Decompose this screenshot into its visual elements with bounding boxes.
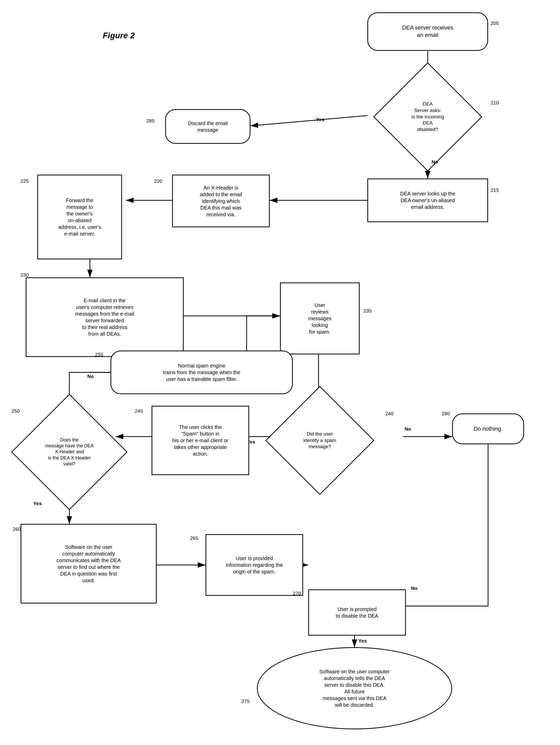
ref-235: 235 [364,308,372,314]
node-250-label: Does the message have the DEA X-Header a… [29,412,110,492]
ref-210: 210 [491,100,499,106]
figure-title: Figure 2 [103,31,134,40]
node-280: Do nothing. [452,414,524,444]
node-230: E-mail client in the user's computer ret… [26,277,184,357]
ref-275: 275 [242,699,250,704]
ref-225: 225 [21,179,29,184]
no-label-270: No [411,585,417,591]
ref-280: 280 [442,411,450,417]
yes-label-250: Yes [33,501,42,507]
ref-230: 230 [21,272,29,278]
ref-255: 255 [95,352,103,357]
ref-260: 260 [13,526,21,532]
ref-205: 205 [491,21,499,26]
no-label-210: No [432,159,438,165]
node-260: Software on the user computer automatica… [21,524,157,604]
diagram-container: Figure 2 [0,0,560,745]
node-220: An X-Header is added to the email identi… [172,174,270,227]
ref-270: 270 [293,591,301,596]
node-255: Normal spam engine trains from the messa… [111,351,293,394]
ref-245: 245 [135,408,143,414]
node-250-wrap: Does the message have the DEA X-Header a… [18,403,121,501]
yes-label-210: Yes [316,117,324,123]
no-label-240: No [405,426,411,432]
node-240-wrap: Did the user identify a spam message? [257,397,383,484]
ref-285: 285 [147,118,155,124]
node-240: Did the user identify a spam message? [266,386,374,495]
node-285: Discard the email message [165,109,250,144]
no-label-255: No [87,374,94,379]
svg-line-2 [250,116,367,126]
node-205: DEA server receives an email [367,12,488,51]
node-265: User is provided information regarding t… [206,534,303,596]
node-210-label: DEA Server asks: Is the incoming DEA dis… [390,79,465,155]
node-240-label: Did the user identify a spam message? [282,403,357,478]
node-270: User is prompted to disable the DEA [308,589,406,636]
node-245: The user clicks the "Spam" button in his… [152,406,249,475]
node-275: Software on the user computer automatica… [257,647,452,729]
node-210-wrap: DEA Server asks: Is the incoming DEA dis… [367,76,488,158]
ref-265: 265 [190,536,198,541]
ref-250: 250 [11,408,20,414]
node-210: DEA Server asks: Is the incoming DEA dis… [373,62,482,171]
node-225: Forward the message to the owner's un-al… [37,174,122,259]
node-215: DEA server looks up the DEA owner's un-a… [367,179,488,222]
ref-215: 215 [491,188,499,193]
ref-240: 240 [385,411,394,417]
yes-label-270: Yes [359,638,367,644]
ref-220: 220 [154,179,162,184]
node-235: User reviews messages looking for spam. [280,283,360,354]
node-250: Does the message have the DEA X-Header a… [11,394,128,510]
